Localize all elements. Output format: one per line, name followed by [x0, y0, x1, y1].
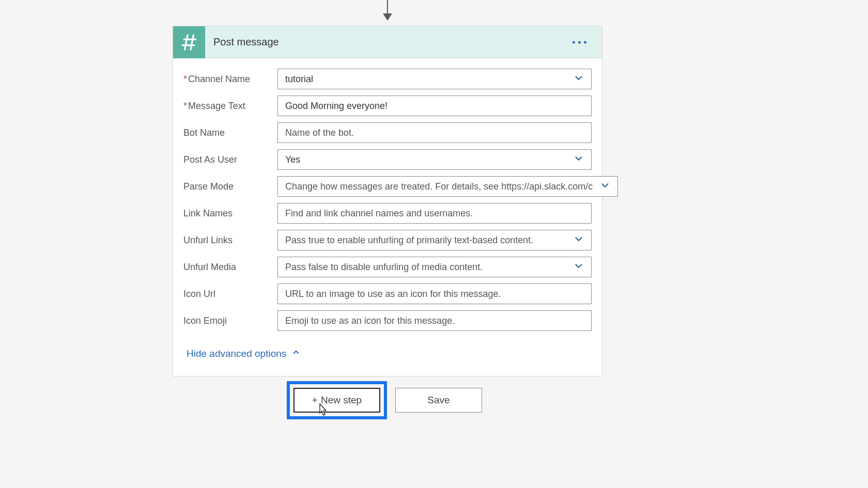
- svg-line-3: [191, 35, 194, 49]
- post-as-user-select[interactable]: Yes: [277, 149, 592, 170]
- message-text-input[interactable]: [277, 96, 592, 116]
- advanced-toggle-label: Hide advanced options: [187, 348, 286, 359]
- card-body: *Channel Name tutorial *Message Text Bot…: [173, 58, 602, 376]
- card-header[interactable]: Post message: [173, 26, 602, 58]
- field-row-message-text: *Message Text: [183, 96, 592, 116]
- highlight-annotation: + New step: [287, 381, 387, 419]
- field-row-icon-emoji: Icon Emoji: [183, 310, 592, 331]
- new-step-button[interactable]: + New step: [293, 388, 380, 413]
- field-label: Link Names: [183, 208, 277, 219]
- chevron-up-icon: [291, 348, 301, 359]
- unfurl-media-select[interactable]: Pass false to disable unfurling of media…: [277, 257, 592, 277]
- field-row-bot-name: Bot Name: [183, 122, 592, 143]
- field-row-unfurl-links: Unfurl Links Pass true to enable unfurli…: [183, 230, 592, 250]
- field-label: Post As User: [183, 154, 277, 165]
- field-row-parse-mode: Parse Mode Change how messages are treat…: [183, 176, 592, 197]
- plus-icon: +: [312, 395, 318, 406]
- save-button[interactable]: Save: [395, 388, 482, 413]
- field-label: Unfurl Links: [183, 235, 277, 246]
- icon-url-input[interactable]: [277, 284, 592, 304]
- icon-emoji-input[interactable]: [277, 310, 592, 331]
- field-row-icon-url: Icon Url: [183, 284, 592, 304]
- bot-name-input[interactable]: [277, 122, 592, 143]
- field-label: *Message Text: [183, 101, 277, 112]
- field-label: Bot Name: [183, 128, 277, 138]
- field-label: Unfurl Media: [183, 262, 277, 273]
- field-label: Parse Mode: [183, 181, 277, 192]
- hide-advanced-options-toggle[interactable]: Hide advanced options: [183, 337, 301, 371]
- slack-hash-icon: [173, 26, 205, 58]
- field-label: Icon Emoji: [183, 316, 277, 326]
- field-row-unfurl-media: Unfurl Media Pass false to disable unfur…: [183, 257, 592, 277]
- flow-arrow: [387, 0, 388, 20]
- action-card: Post message *Channel Name tutorial *Mes…: [173, 26, 602, 376]
- button-bar: + New step Save: [287, 381, 482, 419]
- parse-mode-select[interactable]: Change how messages are treated. For det…: [277, 176, 618, 197]
- channel-name-select[interactable]: tutorial: [277, 69, 592, 89]
- field-label: Icon Url: [183, 289, 277, 300]
- card-title: Post message: [205, 36, 279, 48]
- field-row-channel-name: *Channel Name tutorial: [183, 69, 592, 89]
- more-options-icon[interactable]: [569, 38, 590, 46]
- field-row-link-names: Link Names: [183, 203, 592, 224]
- field-row-post-as-user: Post As User Yes: [183, 149, 592, 170]
- new-step-label: New step: [321, 395, 362, 406]
- unfurl-links-select[interactable]: Pass true to enable unfurling of primari…: [277, 230, 592, 250]
- field-label: *Channel Name: [183, 74, 277, 85]
- link-names-input[interactable]: [277, 203, 592, 224]
- svg-line-2: [185, 35, 188, 49]
